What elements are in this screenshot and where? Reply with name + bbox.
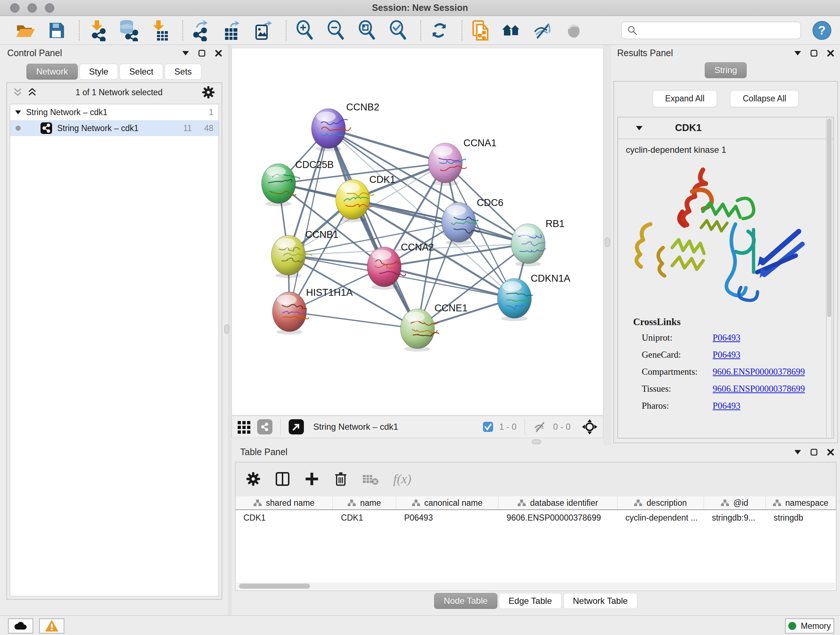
zoom-out-button[interactable] [325, 19, 347, 42]
network-view-toolbar: String Network – cdk1 1 - 0 0 - 0 [232, 416, 603, 438]
right-splitter-grip[interactable] [605, 238, 610, 247]
expand-all-networks-icon[interactable] [28, 88, 36, 97]
crosslink-link[interactable]: P06493 [713, 350, 740, 360]
gene-card-header[interactable]: CDK1 [618, 117, 834, 139]
import-network-database-button[interactable] [118, 19, 140, 42]
show-all-button[interactable] [563, 19, 584, 42]
function-builder-icon[interactable]: f(x) [393, 471, 411, 486]
tab-node-table[interactable]: Node Table [434, 593, 497, 609]
tab-network-table[interactable]: Network Table [563, 593, 638, 609]
table-panel-title: Table Panel [240, 447, 287, 457]
add-column-icon[interactable] [304, 471, 319, 486]
tab-network[interactable]: Network [27, 64, 78, 80]
zoom-fit-button[interactable] [356, 19, 378, 42]
export-network-button[interactable] [190, 19, 212, 42]
tab-sets[interactable]: Sets [164, 64, 202, 80]
network-collection-row[interactable]: String Network – cdk1 1 [10, 104, 218, 120]
hidden-eye-icon[interactable] [533, 421, 547, 432]
crosslink-link[interactable]: 9606.ENSP00000378699 [713, 384, 805, 394]
database-import-icon [118, 19, 140, 41]
gene-expander-icon[interactable] [636, 126, 643, 130]
panel-menu-icon[interactable] [794, 51, 801, 55]
network-row[interactable]: String Network – cdk1 11 48 [10, 120, 218, 136]
string-results-box: Expand All Collapse All CDK1 cyclin-depe… [614, 81, 838, 443]
apply-layout-button[interactable] [428, 19, 450, 42]
tab-style[interactable]: Style [79, 64, 118, 80]
collection-expander-icon[interactable] [15, 111, 21, 114]
table-cell[interactable]: stringdb [766, 513, 836, 523]
crosslink-link[interactable]: P06493 [713, 401, 740, 411]
hidden-counts: 0 - 0 [553, 422, 570, 432]
panel-menu-icon[interactable] [794, 450, 801, 454]
column-header-canonical-name[interactable]: canonical name [396, 496, 499, 509]
delete-column-icon[interactable] [333, 470, 348, 487]
zoom-selected-button[interactable] [387, 19, 409, 42]
column-header--id[interactable]: @id [704, 496, 766, 509]
table-hscrollbar[interactable] [236, 583, 835, 590]
results-scrollbar[interactable] [826, 118, 832, 437]
table-cell[interactable]: cyclin-dependent ... [617, 513, 704, 523]
cloud-status-button[interactable] [8, 618, 33, 633]
table-cell[interactable]: P06493 [396, 513, 499, 523]
network-name: String Network – cdk1 [57, 124, 139, 133]
network-graph[interactable]: CCNB2CCNA1CDC25BCDK1CDC6RB1CCNB1CCNA2CDK… [232, 48, 603, 415]
string-protein-query-button[interactable] [501, 19, 523, 42]
import-table-file-button[interactable] [149, 19, 171, 42]
panel-menu-icon[interactable] [182, 51, 189, 55]
float-panel-icon[interactable] [198, 50, 205, 57]
left-splitter-grip[interactable] [224, 325, 229, 334]
import-network-file-button[interactable] [87, 19, 109, 42]
help-button[interactable]: ? [813, 21, 831, 40]
network-canvas[interactable]: CCNB2CCNA1CDC25BCDK1CDC6RB1CCNB1CCNA2CDK… [232, 48, 603, 416]
search-input[interactable] [641, 25, 796, 35]
fit-content-crosshair-icon[interactable] [581, 418, 598, 435]
table-cell[interactable]: stringdb:9... [704, 513, 766, 523]
column-header-name[interactable]: name [333, 496, 396, 509]
float-panel-icon[interactable] [810, 50, 818, 57]
selected-checkbox-icon[interactable] [483, 421, 493, 432]
export-table-button[interactable] [221, 19, 243, 42]
zoom-in-button[interactable] [294, 19, 316, 42]
table-row[interactable]: CDK1CDK1P064939606.ENSP00000378699cyclin… [235, 510, 836, 525]
detach-view-icon[interactable] [289, 419, 304, 434]
warnings-button[interactable] [39, 618, 65, 633]
close-panel-icon[interactable] [215, 50, 222, 57]
collapse-all-button[interactable]: Collapse All [730, 90, 799, 107]
search-box[interactable] [622, 22, 801, 39]
table-hscrollbar-thumb[interactable] [239, 584, 310, 589]
open-session-button[interactable] [14, 19, 36, 42]
hide-selected-button[interactable] [532, 19, 554, 42]
table-cell[interactable]: CDK1 [235, 513, 333, 523]
expand-all-button[interactable]: Expand All [653, 90, 717, 107]
bottom-splitter-grip[interactable] [532, 440, 541, 444]
network-options-gear-icon[interactable] [202, 86, 215, 99]
table-options-gear-icon[interactable] [246, 471, 261, 486]
collapse-all-networks-icon[interactable] [13, 88, 22, 97]
crosslink-link[interactable]: P06493 [713, 333, 740, 343]
export-image-button[interactable] [253, 19, 274, 42]
delete-table-icon-disabled[interactable] [362, 472, 379, 486]
table-cell[interactable]: 9606.ENSP00000378699 [499, 513, 617, 523]
grid-view-icon[interactable] [237, 420, 251, 434]
network-view-share-icon[interactable] [257, 419, 272, 434]
column-header-database-identifier[interactable]: database identifier [499, 496, 617, 509]
tab-edge-table[interactable]: Edge Table [499, 593, 562, 609]
memory-button[interactable]: Memory [785, 618, 834, 633]
close-panel-icon[interactable] [827, 448, 834, 456]
float-panel-icon[interactable] [810, 448, 818, 456]
save-session-button[interactable] [46, 19, 67, 42]
table-cell[interactable]: CDK1 [333, 513, 396, 523]
tab-select[interactable]: Select [119, 64, 163, 80]
show-columns-icon[interactable] [275, 471, 291, 487]
node-label-CDC25B: CDC25B [295, 159, 334, 170]
column-header-description[interactable]: description [617, 496, 704, 509]
close-panel-icon[interactable] [827, 50, 834, 57]
column-header-namespace[interactable]: namespace [766, 496, 836, 509]
column-header-shared-name[interactable]: shared name [235, 496, 333, 509]
crosslink-link[interactable]: 9606.ENSP00000378699 [713, 367, 805, 377]
network-status-dot-icon [15, 125, 21, 131]
clone-network-button[interactable] [470, 19, 491, 42]
tab-string[interactable]: String [705, 62, 747, 78]
results-scrollbar-thumb[interactable] [827, 119, 831, 317]
main-toolbar: ? [0, 16, 840, 45]
